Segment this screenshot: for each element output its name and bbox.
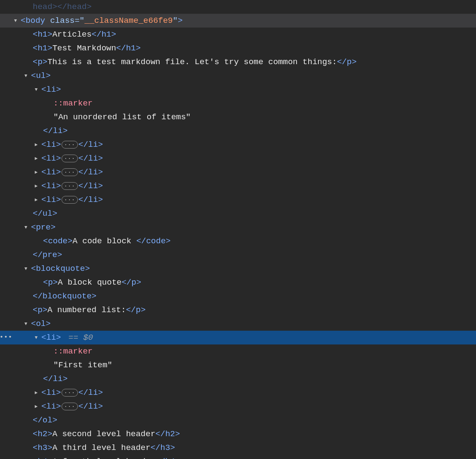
dom-tree-row[interactable]: </blockquote> — [0, 289, 476, 303]
dom-tree-row[interactable]: </ol> — [0, 413, 476, 427]
dom-tree-row[interactable]: <h3>A third level header</h3> — [0, 441, 476, 455]
dom-tree-row[interactable]: "An unordered list of items" — [0, 110, 476, 124]
token-bracket: < — [43, 234, 48, 248]
dom-tree-row[interactable]: <h1>Articles</h1> — [0, 28, 476, 41]
dom-tree-row[interactable]: •••▼<li> == $0 — [0, 331, 476, 344]
token-bracket: > — [98, 400, 103, 413]
token-text: A code block — [72, 234, 136, 248]
expand-toggle-open-icon[interactable]: ▼ — [22, 220, 29, 234]
row-content: ▼<ol> — [12, 317, 51, 331]
token-bracket: > — [56, 83, 61, 96]
dom-tree-row[interactable]: "First item" — [0, 358, 476, 372]
dom-tree-row[interactable]: ▶<li>···</li> — [0, 193, 476, 207]
token-tag: li — [46, 83, 56, 96]
expand-toggle-open-icon[interactable]: ▼ — [12, 14, 19, 28]
token-bracket: </ — [151, 441, 161, 455]
collapsed-ellipsis-icon[interactable]: ··· — [62, 168, 78, 176]
expand-toggle-open-icon[interactable]: ▼ — [33, 83, 40, 96]
row-content: </ol> — [12, 413, 57, 427]
token-bracket: > — [46, 317, 50, 331]
dom-tree-row[interactable]: head></head> — [0, 0, 476, 14]
dom-tree-row[interactable]: <h2>A second level header</h2> — [0, 427, 476, 441]
expand-toggle-open-icon[interactable]: ▼ — [22, 262, 29, 276]
row-content: ▶<li>···</li> — [12, 400, 103, 413]
token-tag: li — [88, 179, 98, 193]
dom-tree-row[interactable]: ▼<body class="__className_e66fe9"> — [0, 14, 476, 28]
token-bracket: < — [33, 455, 37, 459]
expand-toggle-closed-icon[interactable]: ▶ — [33, 193, 40, 207]
collapsed-ellipsis-icon[interactable]: ··· — [62, 196, 78, 204]
token-tag: body — [25, 14, 50, 28]
dom-tree-row[interactable]: ▶<li>···</li> — [0, 386, 476, 400]
expand-toggle-open-icon[interactable]: ▼ — [33, 331, 40, 344]
dom-tree-row[interactable]: <p>This is a test markdown file. Let's t… — [0, 55, 476, 69]
token-bracket: > — [53, 0, 57, 14]
token-bracket: > — [56, 400, 61, 413]
token-quoted: "First item" — [53, 358, 112, 372]
row-content: ::marker — [12, 96, 93, 110]
dom-tree-row[interactable]: ▶<li>···</li> — [0, 165, 476, 179]
expand-toggle-open-icon[interactable]: ▼ — [22, 69, 29, 83]
token-tag: li — [53, 372, 63, 386]
expand-toggle-open-icon[interactable]: ▼ — [22, 317, 29, 331]
dom-tree-row[interactable]: ▼<blockquote> — [0, 262, 476, 276]
dom-tree-row[interactable]: <h4>A fourth level header</h4> — [0, 455, 476, 459]
token-bracket: > — [141, 303, 145, 317]
token-text: A second level header — [53, 427, 155, 441]
collapsed-ellipsis-icon[interactable]: ··· — [62, 389, 78, 397]
token-tag: li — [46, 152, 56, 165]
token-tag: li — [46, 400, 56, 413]
dom-tree-row[interactable]: </ul> — [0, 207, 476, 220]
dom-tree-row[interactable]: <p>A block quote</p> — [0, 276, 476, 289]
dom-tree-row[interactable]: </li> — [0, 124, 476, 138]
token-bracket: < — [41, 83, 46, 96]
row-gutter: ••• — [0, 331, 12, 344]
dom-tree-row[interactable]: ::marker — [0, 344, 476, 358]
dom-tree-row[interactable]: <p>A numbered list:</p> — [0, 303, 476, 317]
token-pseudo: ::marker — [53, 344, 93, 358]
dom-tree-row[interactable]: <code>A code block </code> — [0, 234, 476, 248]
dom-tree-row[interactable]: ▼<ol> — [0, 317, 476, 331]
expand-toggle-closed-icon[interactable]: ▶ — [33, 400, 40, 413]
dom-tree-row[interactable]: ▶<li>···</li> — [0, 138, 476, 152]
token-bracket: > — [43, 55, 47, 69]
dom-tree-row[interactable]: ▼<pre> — [0, 220, 476, 234]
dom-tree-row[interactable]: </li> — [0, 372, 476, 386]
token-bracket: </ — [78, 165, 88, 179]
dom-tree-row[interactable]: ▶<li>···</li> — [0, 400, 476, 413]
expand-toggle-closed-icon[interactable]: ▶ — [33, 165, 40, 179]
token-bracket: </ — [78, 386, 88, 400]
row-content: <p>This is a test markdown file. Let's t… — [12, 55, 357, 69]
dom-tree-row[interactable]: ▼<li> — [0, 83, 476, 96]
row-content: "An unordered list of items" — [12, 110, 191, 124]
dom-tree-row[interactable]: ::marker — [0, 96, 476, 110]
collapsed-ellipsis-icon[interactable]: ··· — [62, 141, 78, 149]
row-content: <h1>Test Markdown</h1> — [12, 41, 141, 55]
dom-tree-row[interactable]: ▶<li>···</li> — [0, 152, 476, 165]
token-bracket: > — [56, 179, 61, 193]
token-bracket: > — [98, 138, 103, 152]
token-bracket: </ — [126, 303, 136, 317]
token-bracket: > — [352, 55, 356, 69]
token-tag: h3 — [160, 441, 170, 455]
expand-toggle-closed-icon[interactable]: ▶ — [33, 179, 40, 193]
token-text: A fourth level header — [53, 455, 155, 459]
collapsed-ellipsis-icon[interactable]: ··· — [62, 403, 78, 410]
token-tag: head — [67, 0, 87, 14]
expand-toggle-closed-icon[interactable]: ▶ — [33, 152, 40, 165]
dom-tree-row[interactable]: <h1>Test Markdown</h1> — [0, 41, 476, 55]
token-tag: li — [88, 138, 98, 152]
token-bracket: < — [33, 55, 37, 69]
token-tag: p — [37, 303, 42, 317]
collapsed-ellipsis-icon[interactable]: ··· — [62, 155, 78, 162]
collapsed-ellipsis-icon[interactable]: ··· — [62, 182, 78, 190]
token-tag: p — [347, 55, 352, 69]
dom-tree-row[interactable]: </pre> — [0, 248, 476, 262]
token-tag: h4 — [37, 455, 47, 459]
dom-tree-row[interactable]: ▼<ul> — [0, 69, 476, 83]
expand-toggle-closed-icon[interactable]: ▶ — [33, 386, 40, 400]
expand-toggle-closed-icon[interactable]: ▶ — [33, 138, 40, 152]
token-bracket: </ — [92, 28, 102, 41]
token-bracket: < — [41, 331, 46, 344]
dom-tree-row[interactable]: ▶<li>···</li> — [0, 179, 476, 193]
